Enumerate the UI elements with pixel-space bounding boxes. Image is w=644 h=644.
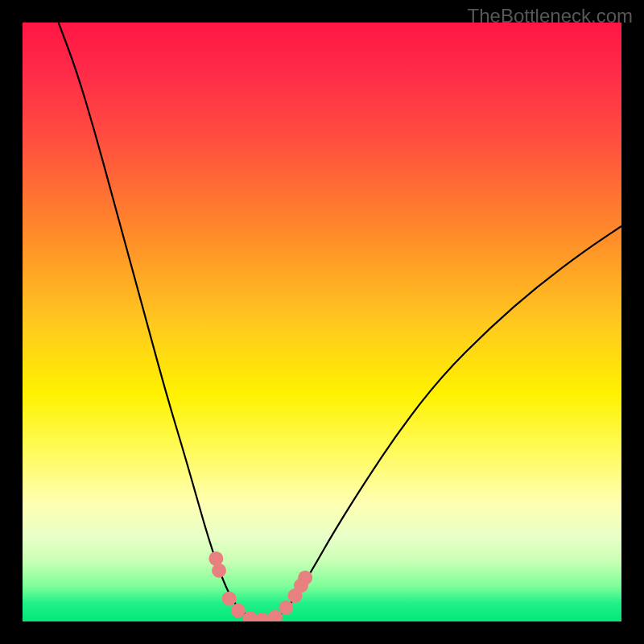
highlight-dot bbox=[222, 592, 237, 606]
chart-container: TheBottleneck.com bbox=[0, 0, 644, 644]
highlighted-points bbox=[208, 551, 312, 621]
curve-layer bbox=[23, 23, 621, 621]
plot-area bbox=[23, 23, 621, 621]
bottleneck-curve bbox=[59, 23, 621, 620]
highlight-dot bbox=[212, 564, 226, 578]
highlight-dot bbox=[255, 613, 270, 621]
highlight-dot bbox=[279, 601, 293, 615]
highlight-dot bbox=[231, 604, 246, 618]
highlight-dot bbox=[298, 571, 312, 585]
watermark-text: TheBottleneck.com bbox=[468, 5, 633, 27]
